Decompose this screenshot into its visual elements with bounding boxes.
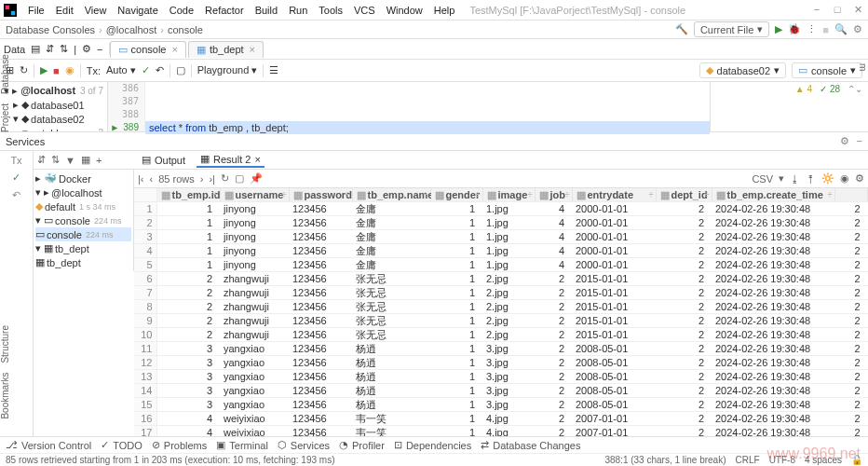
side-bookmarks[interactable]: Bookmarks	[0, 373, 19, 419]
execute-button[interactable]: ▶	[40, 64, 47, 76]
table-row[interactable]: 133yangxiao123456杨逍13.jpg22008-05-012202…	[134, 370, 868, 384]
filter-icon[interactable]: ▼	[65, 155, 75, 166]
gear-icon[interactable]: ⚙	[82, 43, 91, 55]
pin-icon[interactable]: 📌	[250, 172, 263, 185]
table-row[interactable]: 31jinyong123456金庸11.jpg42000-01-0122024-…	[134, 230, 868, 244]
table-row[interactable]: 11jinyong123456金庸11.jpg42000-01-0122024-…	[134, 202, 868, 216]
upload-icon[interactable]: ⭱	[806, 173, 816, 185]
menu-tools[interactable]: Tools	[313, 5, 348, 16]
status-readonly-icon[interactable]: 🔓	[851, 455, 862, 465]
collapse-icon[interactable]: ⇅	[60, 43, 68, 55]
side-right[interactable]: m	[851, 39, 868, 95]
tw-version-control[interactable]: ⎇ Version Control	[6, 439, 91, 451]
status-indent[interactable]: 4 spaces	[805, 455, 842, 465]
tw-todo[interactable]: ✓ TODO	[101, 439, 142, 451]
explain-icon[interactable]: ◉	[65, 64, 75, 76]
table-row[interactable]: 92zhangwuji123456张无忌12.jpg22015-01-01220…	[134, 314, 868, 328]
rollback-icon[interactable]: ↶	[12, 189, 20, 201]
expand-icon[interactable]: ⇵	[46, 43, 54, 55]
menu-refactor[interactable]: Refactor	[199, 5, 250, 16]
side-project[interactable]: Project	[0, 103, 19, 132]
status-position[interactable]: 388:1 (33 chars, 1 line break)	[604, 455, 726, 465]
menu-view[interactable]: View	[79, 5, 113, 16]
tree-database02[interactable]: database02	[31, 114, 85, 125]
playground-label[interactable]: Playground ▾	[197, 64, 258, 76]
tw-services[interactable]: ⬡ Services	[278, 439, 330, 451]
group-icon[interactable]: ▦	[81, 154, 90, 166]
menu-build[interactable]: Build	[250, 5, 283, 16]
table-row[interactable]: 153yangxiao123456杨逍13.jpg22008-05-012202…	[134, 398, 868, 412]
edit-icon[interactable]: ◉	[840, 172, 849, 185]
tw-problems[interactable]: ⊘ Problems	[152, 439, 207, 451]
close-tab-icon[interactable]: ×	[250, 44, 255, 55]
stop-button[interactable]: ■	[822, 24, 829, 35]
table-row[interactable]: 51jinyong123456金庸11.jpg42000-01-0122024-…	[134, 258, 868, 272]
export-csv[interactable]: CSV	[752, 173, 773, 185]
next-page-icon[interactable]: ›	[200, 173, 204, 185]
table-row[interactable]: 41jinyong123456金庸11.jpg42000-01-0122024-…	[134, 244, 868, 258]
expand-all-icon[interactable]: ⇵	[37, 154, 46, 166]
maximize-button[interactable]: □	[831, 4, 844, 16]
inspection-widget[interactable]: ▲ 4 ✓ 28 ⌃⌄	[710, 82, 868, 131]
filter-icon[interactable]: ▤	[31, 43, 40, 55]
tab-result[interactable]: ▦Result 2×	[197, 152, 264, 168]
settings-icon[interactable]: ⚙	[853, 23, 862, 35]
breadcrumb-root[interactable]: Database Consoles	[6, 24, 95, 35]
run-button[interactable]: ▶	[775, 23, 782, 35]
settings-icon[interactable]: ⚙	[840, 135, 849, 147]
table-row[interactable]: 123yangxiao123456杨逍13.jpg22008-05-012202…	[134, 356, 868, 370]
view-icon[interactable]: 🔆	[821, 172, 834, 185]
tw-terminal[interactable]: ▣ Terminal	[216, 439, 268, 451]
collapse-all-icon[interactable]: ⇅	[51, 154, 60, 166]
menu-window[interactable]: Window	[381, 5, 428, 16]
menu-run[interactable]: Run	[283, 5, 313, 16]
stop-execute-button[interactable]: ■	[53, 65, 60, 76]
breadcrumb-console[interactable]: console	[168, 24, 203, 35]
menu-vcs[interactable]: VCS	[348, 5, 381, 16]
more-actions-icon[interactable]: ⋮	[807, 23, 817, 35]
menu-file[interactable]: File	[22, 5, 50, 16]
add-row-icon[interactable]: ▢	[235, 172, 244, 185]
minimize-button[interactable]: −	[810, 4, 823, 16]
settings-icon[interactable]: ⚙	[855, 172, 864, 185]
menu-help[interactable]: Help	[428, 5, 461, 16]
table-row[interactable]: 102zhangwuji123456张无忌12.jpg22015-01-0122…	[134, 328, 868, 342]
tab-output[interactable]: ▤Output	[138, 153, 189, 167]
run-config-picker[interactable]: Current File ▾	[694, 21, 769, 37]
services-tree[interactable]: ▸ 🐳Docker ▾ ▸@localhost ◆default1 s 34 m…	[34, 170, 134, 271]
schema-pill[interactable]: ◆database02 ▾	[699, 62, 787, 78]
last-page-icon[interactable]: ›|	[209, 173, 215, 185]
close-tab-icon[interactable]: ×	[171, 44, 177, 55]
table-row[interactable]: 72zhangwuji123456张无忌12.jpg22015-01-01220…	[134, 286, 868, 300]
table-row[interactable]: 62zhangwuji123456张无忌12.jpg22015-01-01220…	[134, 272, 868, 286]
refresh-icon[interactable]: ↻	[221, 172, 229, 185]
tw-profiler[interactable]: ◔ Profiler	[339, 439, 385, 451]
tab-console[interactable]: ▭ console ×	[110, 41, 186, 58]
side-structure[interactable]: Structure	[0, 325, 19, 363]
menu-navigate[interactable]: Navigate	[112, 5, 163, 16]
menu-code[interactable]: Code	[164, 5, 199, 16]
status-line-sep[interactable]: CRLF	[736, 455, 760, 465]
tree-database01[interactable]: database01	[31, 100, 85, 111]
commit-icon[interactable]: ✓	[142, 64, 150, 76]
close-button[interactable]: ✕	[851, 4, 864, 16]
minimize-panel-icon[interactable]: −	[857, 135, 862, 147]
tw-db-changes[interactable]: ⇄ Database Changes	[481, 439, 580, 451]
search-icon[interactable]: 🔍	[834, 23, 848, 35]
download-icon[interactable]: ⭳	[790, 173, 800, 185]
table-row[interactable]: 21jinyong123456金庸11.jpg42000-01-0122024-…	[134, 216, 868, 230]
filter-icon[interactable]: Tx	[10, 155, 21, 166]
tab-tb-dept[interactable]: ▦ tb_dept ×	[188, 41, 264, 58]
table-row[interactable]: 82zhangwuji123456张无忌12.jpg22015-01-01220…	[134, 300, 868, 314]
breadcrumb-host[interactable]: @localhost	[106, 24, 157, 35]
prev-page-icon[interactable]: ‹	[150, 173, 154, 185]
tx-mode[interactable]: Auto ▾	[106, 64, 136, 76]
duplicate-icon[interactable]: ▢	[176, 64, 185, 76]
data-grid[interactable]: ▦tb_emp.id÷ ▦username÷ ▦password÷ ▦tb_em…	[134, 188, 868, 440]
minimize-panel-icon[interactable]: −	[97, 44, 102, 55]
side-database[interactable]: Database	[0, 54, 19, 94]
tw-dependencies[interactable]: ⊡ Dependencies	[394, 439, 471, 451]
hammer-icon[interactable]: 🔨	[675, 23, 688, 35]
status-encoding[interactable]: UTF-8	[769, 455, 795, 465]
table-row[interactable]: 164weiyixiao123456韦一笑14.jpg22007-01-0122…	[134, 412, 868, 426]
